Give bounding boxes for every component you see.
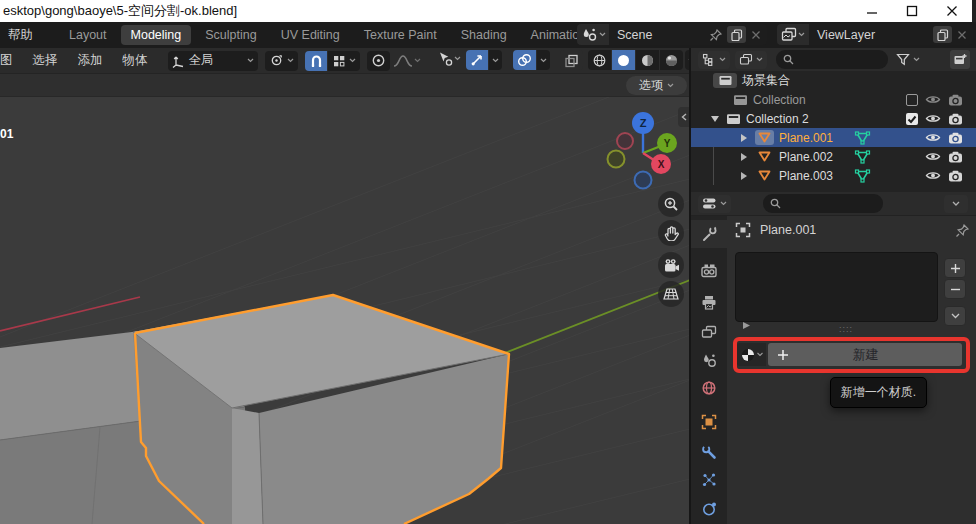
outliner-row-collection[interactable]: Collection (691, 90, 976, 109)
tab-output[interactable] (691, 288, 727, 316)
tab-physics[interactable] (691, 495, 727, 523)
outliner-display-mode-dropdown[interactable] (735, 51, 767, 69)
menu-add[interactable]: 添加 (72, 52, 109, 69)
tab-tool[interactable] (691, 220, 727, 248)
tab-modifiers[interactable] (691, 438, 727, 466)
proportional-editing-toggle[interactable] (367, 51, 390, 71)
tab-world[interactable] (691, 374, 727, 402)
move-view-button[interactable] (658, 220, 684, 246)
show-gizmo-toggle[interactable] (466, 50, 488, 70)
tab-render[interactable] (691, 256, 727, 284)
hide-in-viewport-icon[interactable] (925, 94, 941, 105)
axis-neg-x-ball[interactable] (617, 133, 633, 149)
editor-type-properties-dropdown[interactable] (698, 195, 731, 213)
collapse-triangle-icon[interactable] (741, 153, 747, 161)
mesh-plane-001-selected[interactable] (133, 295, 509, 524)
shading-wireframe-button[interactable] (588, 50, 611, 70)
axis-neg-y-ball[interactable] (608, 151, 625, 168)
disable-in-renders-icon[interactable] (948, 113, 963, 125)
scene-selector[interactable]: Scene (577, 24, 767, 45)
axis-neg-z-ball[interactable] (635, 172, 652, 189)
unlink-scene-icon[interactable] (751, 30, 761, 40)
properties-search-input[interactable] (763, 194, 883, 213)
minimize-button[interactable] (852, 0, 892, 22)
outliner-row-plane-003[interactable]: Plane.003 (691, 166, 976, 185)
xray-toggle[interactable] (560, 50, 583, 70)
shading-material-button[interactable] (636, 50, 659, 70)
tab-particles[interactable] (691, 466, 727, 494)
outliner-filter-dropdown[interactable] (896, 53, 920, 66)
tab-modeling[interactable]: Modeling (121, 25, 192, 45)
remove-viewlayer-icon[interactable] (957, 30, 967, 40)
new-collection-button[interactable] (950, 50, 970, 69)
gizmo-settings-dropdown[interactable] (489, 50, 502, 70)
pin-icon[interactable] (955, 223, 970, 238)
tab-sculpting[interactable]: Sculpting (195, 25, 266, 45)
options-dropdown[interactable]: 选项 (626, 76, 687, 95)
properties-options-dropdown[interactable] (944, 195, 968, 213)
material-slot-list[interactable] (735, 252, 938, 322)
tab-texture-paint[interactable]: Texture Paint (354, 25, 447, 45)
material-specials-dropdown[interactable] (944, 306, 966, 326)
tab-view-layer[interactable] (691, 318, 727, 346)
camera-view-button[interactable] (658, 252, 684, 278)
editor-type-outliner-dropdown[interactable] (698, 51, 730, 69)
shading-rendered-button[interactable] (660, 50, 683, 70)
collapse-triangle-icon[interactable] (741, 134, 747, 142)
disable-in-renders-icon[interactable] (948, 94, 963, 106)
solid-shading-icon (616, 53, 631, 68)
hide-in-viewport-icon[interactable] (925, 151, 941, 162)
remove-material-slot-button[interactable] (944, 279, 966, 299)
add-material-slot-button[interactable] (944, 258, 966, 278)
pivot-point-dropdown[interactable] (265, 51, 298, 71)
tab-scene[interactable] (691, 346, 727, 374)
outliner-row-plane-001[interactable]: Plane.001 (691, 128, 976, 147)
editor-separator[interactable] (689, 48, 691, 524)
tab-object[interactable] (691, 408, 727, 436)
viewlayer-selector[interactable]: ViewLayer (777, 24, 973, 45)
shading-solid-button[interactable] (612, 50, 635, 70)
toggle-ortho-button[interactable] (658, 281, 684, 307)
pin-icon[interactable] (709, 28, 723, 42)
maximize-button[interactable] (892, 0, 932, 22)
zoom-button[interactable] (658, 191, 684, 217)
viewport-3d[interactable]: 01 Z Y X (0, 97, 690, 524)
tab-layout[interactable]: Layout (59, 25, 117, 45)
collection-checkbox[interactable] (906, 94, 918, 106)
menu-select[interactable]: 选择 (27, 52, 64, 69)
hide-in-viewport-icon[interactable] (925, 170, 941, 181)
disable-in-renders-icon[interactable] (948, 170, 963, 182)
filter-expand-triangle[interactable] (743, 321, 751, 329)
new-viewlayer-button[interactable] (933, 26, 952, 43)
snap-settings-dropdown[interactable] (328, 51, 360, 71)
collapse-triangle-icon[interactable] (741, 172, 747, 180)
disable-in-renders-icon[interactable] (948, 132, 963, 144)
menu-object[interactable]: 物体 (117, 52, 154, 69)
navigation-gizmo[interactable]: Z Y X (600, 100, 686, 192)
object-type-visibility-dropdown[interactable] (437, 51, 461, 66)
overlays-settings-dropdown[interactable] (537, 50, 550, 70)
outliner-search-input[interactable] (776, 50, 888, 69)
proportional-falloff-dropdown[interactable] (393, 54, 421, 68)
tab-shading[interactable]: Shading (451, 25, 517, 45)
resize-grip[interactable]: :::: (839, 324, 853, 334)
new-scene-button[interactable] (727, 26, 746, 43)
menu-help[interactable]: 帮助 (8, 27, 33, 44)
breadcrumb-object-name[interactable]: Plane.001 (760, 223, 816, 237)
menu-view[interactable]: 图 (0, 52, 19, 69)
transform-orientation-dropdown[interactable]: 全局 (168, 51, 258, 71)
outliner-row-collection-2[interactable]: Collection 2 (691, 109, 976, 128)
hide-in-viewport-icon[interactable] (925, 132, 941, 143)
outliner-row-scene-collection[interactable]: 场景集合 (691, 71, 976, 90)
disable-in-renders-icon[interactable] (948, 151, 963, 163)
expand-triangle-icon[interactable] (711, 116, 719, 122)
tab-uv-editing[interactable]: UV Editing (271, 25, 350, 45)
show-overlays-toggle[interactable] (513, 50, 536, 70)
hide-in-viewport-icon[interactable] (925, 113, 941, 124)
outliner-row-plane-002[interactable]: Plane.002 (691, 147, 976, 166)
scene-name[interactable]: Scene (617, 28, 652, 42)
viewlayer-name[interactable]: ViewLayer (817, 28, 875, 42)
close-button[interactable] (932, 0, 972, 22)
snap-toggle[interactable] (305, 51, 327, 71)
collection-2-checkbox[interactable] (906, 113, 918, 125)
